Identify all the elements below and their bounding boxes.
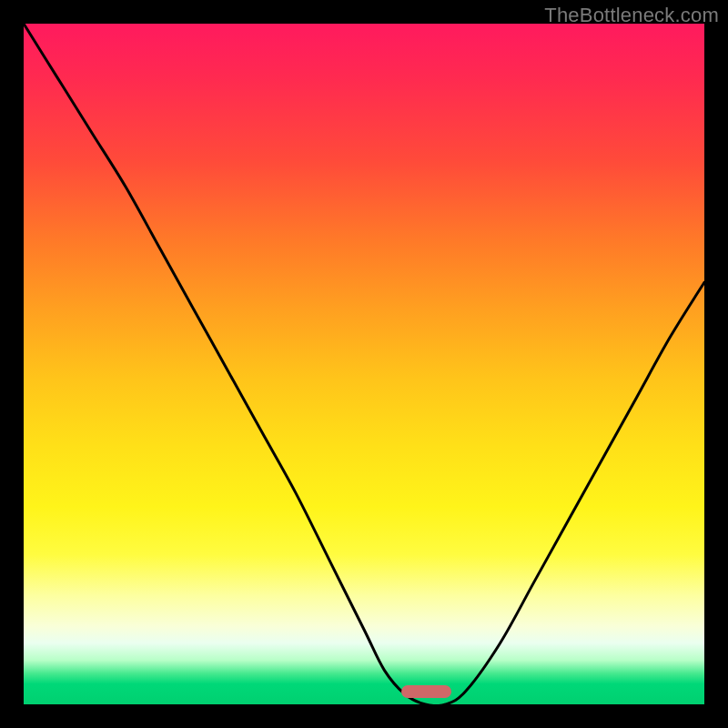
plot-area — [24, 24, 704, 704]
minimum-marker — [401, 685, 451, 698]
watermark-text: TheBottleneck.com — [544, 4, 719, 27]
chart-frame: TheBottleneck.com — [0, 0, 728, 728]
bottleneck-curve — [24, 24, 704, 704]
